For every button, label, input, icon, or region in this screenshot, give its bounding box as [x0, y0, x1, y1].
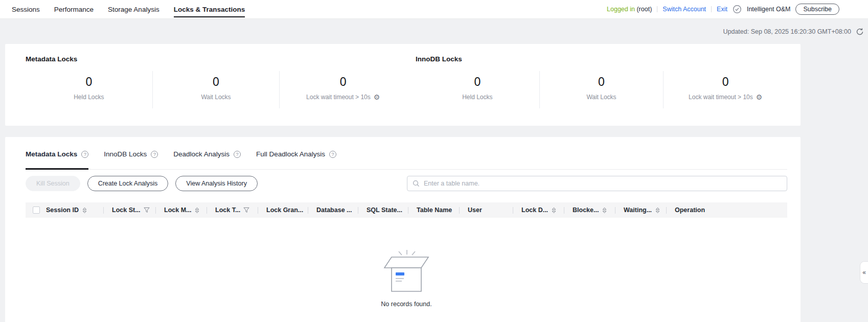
column-database: Database ... [308, 206, 358, 214]
header-checkbox-cell [26, 206, 46, 214]
analysis-tabs: Metadata Locks ? InnoDB Locks ? Deadlock… [26, 150, 787, 170]
divider [657, 6, 657, 12]
collapse-panel-handle[interactable]: « [860, 261, 868, 284]
logged-in-user: (root) [636, 6, 652, 13]
panel-title: Metadata Locks [26, 55, 406, 63]
search-input[interactable] [424, 180, 782, 187]
top-navigation-bar: Sessions Performance Storage Analysis Lo… [0, 0, 868, 19]
tab-full-deadlock-analysis[interactable]: Full Deadlock Analysis ? [256, 150, 336, 170]
stat-label: Held Locks [74, 94, 104, 101]
column-label: SQL State... [367, 206, 402, 214]
tab-deadlock-analysis[interactable]: Deadlock Analysis ? [173, 150, 241, 170]
sort-icon[interactable] [82, 207, 87, 214]
stat-label: Lock wait timeout > 10s [306, 94, 371, 101]
tab-metadata-locks[interactable]: Metadata Locks ? [26, 150, 88, 170]
column-session-id[interactable]: Session ID [46, 206, 103, 214]
divider [711, 6, 712, 12]
stat-label: Held Locks [462, 94, 492, 101]
help-icon[interactable]: ? [234, 151, 241, 158]
stat-value: 0 [26, 74, 152, 89]
help-icon[interactable]: ? [329, 151, 336, 158]
stat-lock-wait-timeout: 0 Lock wait timeout > 10s ⚙ [663, 71, 787, 108]
stat-lock-wait-timeout: 0 Lock wait timeout > 10s ⚙ [279, 71, 406, 108]
refresh-icon[interactable] [856, 28, 864, 36]
refresh-strip: Updated: Sep 08, 2025 16:20:30 GMT+08:00 [0, 19, 868, 44]
help-icon[interactable]: ? [151, 151, 158, 158]
column-label: Operation [675, 206, 705, 214]
column-lock-mode[interactable]: Lock M... [155, 206, 207, 214]
subscribe-button[interactable]: Subscribe [795, 4, 839, 15]
empty-state: No records found. [26, 248, 787, 308]
search-icon [413, 180, 420, 187]
stat-value: 0 [540, 74, 664, 89]
column-label: Lock St... [112, 206, 141, 214]
column-operation: Operation [666, 206, 787, 214]
create-lock-analysis-button[interactable]: Create Lock Analysis [87, 176, 169, 191]
updated-timestamp: Updated: Sep 08, 2025 16:20:30 GMT+08:00 [723, 28, 851, 35]
tab-performance[interactable]: Performance [54, 0, 94, 18]
tab-innodb-locks[interactable]: InnoDB Locks ? [104, 150, 158, 170]
tab-label: InnoDB Locks [104, 150, 147, 158]
sort-icon[interactable] [194, 207, 200, 214]
gear-icon[interactable]: ⚙ [756, 94, 763, 101]
help-icon[interactable]: ? [81, 151, 88, 158]
column-lock-type[interactable]: Lock T... [207, 206, 258, 214]
stat-label: Lock wait timeout > 10s [689, 94, 753, 101]
exit-link[interactable]: Exit [717, 6, 727, 13]
table-header-row: Session ID Lock St... Lock M... Lock T..… [26, 202, 787, 218]
stat-label: Wait Locks [586, 94, 616, 101]
tab-locks-transactions[interactable]: Locks & Transactions [174, 0, 245, 18]
intelligent-om-label: Intelligent O&M [747, 6, 790, 13]
tab-label: Full Deadlock Analysis [256, 150, 325, 158]
stat-wait-locks: 0 Wait Locks [152, 71, 280, 108]
stat-value: 0 [416, 74, 539, 89]
column-label: Lock M... [164, 206, 191, 214]
sort-icon[interactable] [655, 207, 660, 214]
filter-icon[interactable] [144, 207, 150, 213]
lock-analysis-card: Metadata Locks ? InnoDB Locks ? Deadlock… [5, 137, 801, 322]
stat-held-locks: 0 Held Locks [26, 71, 152, 108]
stat-wait-locks: 0 Wait Locks [539, 71, 664, 108]
column-label: Waiting... [624, 206, 652, 214]
gear-icon[interactable]: ⚙ [374, 94, 380, 101]
column-label: Table Name [417, 206, 452, 214]
table-search-box [407, 176, 787, 191]
column-label: Lock D... [521, 206, 548, 214]
switch-account-link[interactable]: Switch Account [663, 6, 706, 13]
empty-box-icon [383, 248, 430, 292]
column-label: Blocke... [573, 206, 599, 214]
no-records-text: No records found. [26, 301, 787, 308]
stat-value: 0 [153, 74, 280, 89]
column-blocked[interactable]: Blocke... [564, 206, 615, 214]
column-waiting[interactable]: Waiting... [615, 206, 666, 214]
column-user: User [459, 206, 513, 214]
innodb-locks-panel: InnoDB Locks 0 Held Locks 0 Wait Locks 0… [406, 55, 787, 108]
column-label: User [468, 206, 482, 214]
stat-value: 0 [280, 74, 406, 89]
column-label: Database ... [316, 206, 352, 214]
account-area: Logged in (root) Switch Account Exit Int… [607, 0, 839, 18]
tab-sessions[interactable]: Sessions [12, 0, 40, 18]
filter-icon[interactable] [243, 207, 249, 213]
main-tabs: Sessions Performance Storage Analysis Lo… [12, 0, 245, 18]
column-sql-statement: SQL State... [358, 206, 408, 214]
sort-icon[interactable] [602, 207, 607, 214]
sort-icon[interactable] [551, 207, 557, 214]
locks-summary-card: Metadata Locks 0 Held Locks 0 Wait Locks… [5, 44, 801, 126]
toolbar: Kill Session Create Lock Analysis View A… [26, 176, 787, 191]
kill-session-button[interactable]: Kill Session [26, 176, 80, 191]
column-lock-status[interactable]: Lock St... [103, 206, 155, 214]
tab-storage-analysis[interactable]: Storage Analysis [108, 0, 159, 18]
view-analysis-history-button[interactable]: View Analysis History [175, 176, 258, 191]
metadata-locks-panel: Metadata Locks 0 Held Locks 0 Wait Locks… [26, 55, 406, 108]
stat-value: 0 [664, 74, 787, 89]
column-label: Lock T... [215, 206, 240, 214]
select-all-checkbox[interactable] [33, 206, 40, 214]
column-lock-granularity: Lock Gran... [258, 206, 308, 214]
column-table-name: Table Name [408, 206, 459, 214]
chevron-double-left-icon: « [862, 269, 866, 276]
tab-label: Deadlock Analysis [173, 150, 230, 158]
panel-title: InnoDB Locks [416, 55, 787, 63]
column-lock-duration[interactable]: Lock D... [513, 206, 564, 214]
logged-in-status: Logged in (root) [607, 6, 652, 13]
